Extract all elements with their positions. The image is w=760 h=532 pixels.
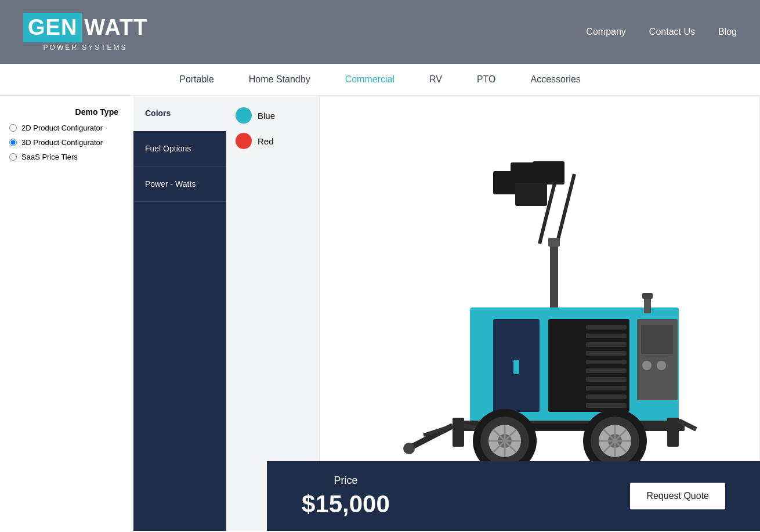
svg-rect-4 <box>533 161 564 184</box>
svg-rect-18 <box>586 386 627 390</box>
radio-2d-label: 2D Product Configurator <box>21 124 103 132</box>
radio-2d[interactable]: 2D Product Configurator <box>9 124 124 132</box>
svg-rect-14 <box>586 351 627 356</box>
config-power[interactable]: Power - Watts <box>133 167 226 202</box>
radio-group: 2D Product Configurator 3D Product Confi… <box>9 124 124 161</box>
nav-pto[interactable]: PTO <box>477 74 496 85</box>
nav-commercial[interactable]: Commercial <box>345 74 395 85</box>
header-nav: Company Contact Us Blog <box>586 27 737 37</box>
svg-rect-48 <box>453 418 464 447</box>
svg-point-30 <box>403 443 415 454</box>
svg-rect-12 <box>586 334 627 338</box>
price-label: Price <box>334 475 357 487</box>
nav-accessories[interactable]: Accessories <box>531 74 581 85</box>
svg-rect-6 <box>550 238 558 307</box>
price-bar: Price $15,000 Request Quote <box>267 461 760 531</box>
header-nav-contact[interactable]: Contact Us <box>649 27 695 37</box>
radio-saas-label: SaaS Price Tiers <box>21 153 78 161</box>
svg-rect-52 <box>642 293 653 299</box>
logo-watt: WATT <box>84 15 147 40</box>
svg-rect-49 <box>667 418 679 447</box>
config-sidebar: Colors Fuel Options Power - Watts <box>133 96 226 531</box>
price-section: Price $15,000 <box>302 475 390 518</box>
radio-3d[interactable]: 3D Product Configurator <box>9 138 124 147</box>
svg-rect-17 <box>586 377 627 382</box>
nav-home-standby[interactable]: Home Standby <box>249 74 310 85</box>
svg-rect-7 <box>548 238 560 247</box>
nav-rv[interactable]: RV <box>429 74 442 85</box>
svg-rect-15 <box>586 360 627 364</box>
main-nav: Portable Home Standby Commercial RV PTO … <box>0 64 760 96</box>
svg-rect-19 <box>586 395 627 399</box>
demo-type-panel: Demo Type 2D Product Configurator 3D Pro… <box>0 96 133 531</box>
content-wrapper: Colors Fuel Options Power - Watts Blue R… <box>133 96 760 531</box>
radio-3d-input[interactable] <box>9 139 17 146</box>
svg-point-23 <box>642 361 652 370</box>
blue-circle <box>236 107 252 124</box>
header-nav-blog[interactable]: Blog <box>718 27 737 37</box>
red-circle <box>236 133 252 149</box>
config-fuel[interactable]: Fuel Options <box>133 131 226 167</box>
svg-rect-16 <box>586 368 627 373</box>
svg-rect-20 <box>586 403 627 408</box>
blue-label: Blue <box>258 111 275 121</box>
svg-rect-22 <box>641 325 673 354</box>
generator-svg <box>377 157 702 470</box>
red-label: Red <box>258 136 274 146</box>
radio-3d-label: 3D Product Configurator <box>21 138 103 147</box>
svg-rect-25 <box>513 360 519 374</box>
request-quote-button[interactable]: Request Quote <box>630 483 725 509</box>
radio-saas-input[interactable] <box>9 153 17 161</box>
price-value: $15,000 <box>302 490 390 518</box>
color-option-blue[interactable]: Blue <box>236 107 310 124</box>
logo-gen: GEN <box>23 13 82 42</box>
logo-sub: POWER SYSTEMS <box>44 44 128 52</box>
logo: GEN WATT POWER SYSTEMS <box>23 13 147 52</box>
header: GEN WATT POWER SYSTEMS Company Contact U… <box>0 0 760 64</box>
svg-point-24 <box>657 361 666 370</box>
nav-portable[interactable]: Portable <box>179 74 214 85</box>
radio-2d-input[interactable] <box>9 124 17 132</box>
config-colors[interactable]: Colors <box>133 96 226 131</box>
svg-rect-11 <box>586 325 627 330</box>
svg-rect-5 <box>515 183 547 206</box>
svg-rect-13 <box>586 342 627 347</box>
color-option-red[interactable]: Red <box>236 133 310 149</box>
main-content: Demo Type 2D Product Configurator 3D Pro… <box>0 96 760 531</box>
radio-saas[interactable]: SaaS Price Tiers <box>9 153 124 161</box>
header-nav-company[interactable]: Company <box>586 27 625 37</box>
demo-type-label: Demo Type <box>9 107 124 117</box>
